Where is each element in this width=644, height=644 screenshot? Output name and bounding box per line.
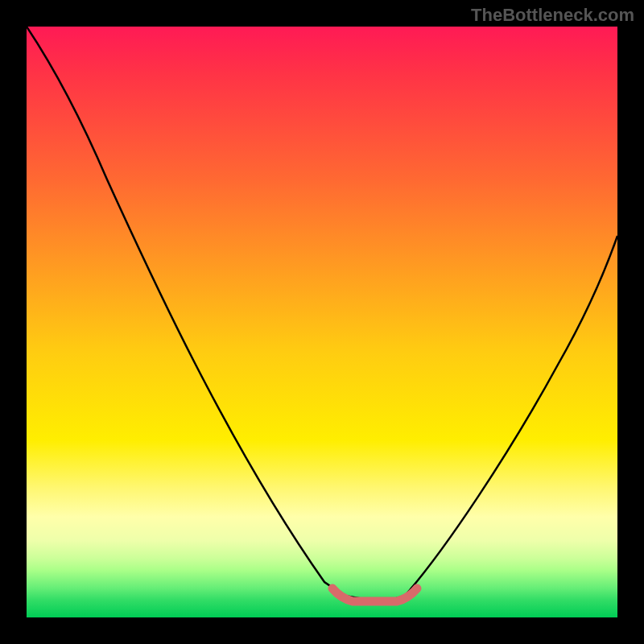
bottleneck-curve (27, 27, 617, 617)
marker-band (332, 588, 417, 601)
curve-right (405, 236, 617, 596)
watermark-text: TheBottleneck.com (471, 5, 634, 26)
plot-area (27, 27, 617, 617)
chart-frame: TheBottleneck.com (0, 0, 644, 644)
curve-left (27, 27, 345, 596)
